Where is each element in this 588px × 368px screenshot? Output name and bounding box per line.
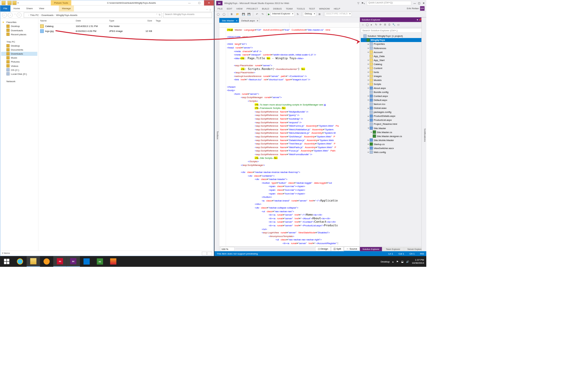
user-badge[interactable]: ER xyxy=(420,6,425,11)
col-type[interactable]: Type xyxy=(107,18,136,24)
nav-item[interactable]: Pictures xyxy=(1,60,37,64)
config-combo[interactable]: Debug xyxy=(303,12,316,17)
se-tree-item[interactable]: ▸Site.Master.cs xyxy=(361,130,426,134)
user-name[interactable]: Erik Reitan xyxy=(407,7,419,10)
view-source[interactable]: ↔ Source xyxy=(344,247,360,251)
up-button[interactable]: ↑ xyxy=(17,13,21,17)
nav-item[interactable]: Downloads xyxy=(1,52,37,56)
nav-thispc[interactable]: This PC xyxy=(1,40,37,44)
nav-item[interactable]: OS (C:) xyxy=(1,68,37,72)
zoom-combo[interactable]: 100 % xyxy=(220,247,234,251)
tray-volume-icon[interactable]: 🔊 xyxy=(406,260,409,263)
open-file-icon[interactable]: 📂 xyxy=(235,12,240,17)
se-tree-item[interactable]: packages.config xyxy=(361,110,426,114)
tray-clock[interactable]: 1:37 PM 10/30/2013 xyxy=(412,259,424,264)
se-search-input[interactable]: Search Solution Explorer (Ctrl+;) xyxy=(361,28,425,33)
se-tree-item[interactable]: ▸Models xyxy=(361,78,426,82)
vs-titlebar[interactable]: ⋈ WingtipToys - Microsoft Visual Studio … xyxy=(214,0,426,6)
save-all-icon[interactable]: 💾 xyxy=(247,12,251,17)
save-icon[interactable]: 💾 xyxy=(241,12,246,17)
se-tree-item[interactable]: ▸About.aspx xyxy=(361,86,426,90)
large-icons-view-icon[interactable] xyxy=(207,252,212,255)
se-tree-item[interactable]: ▸References xyxy=(361,46,426,50)
notifications-panel-tab[interactable]: Notifications xyxy=(421,17,426,251)
new-project-icon[interactable]: 🗎 xyxy=(229,12,234,17)
tray-up-icon[interactable]: ▴ xyxy=(392,260,394,263)
taskbar-vs-purple[interactable]: ⋈ xyxy=(67,256,80,267)
taskbar-vs-green[interactable]: ⋈ xyxy=(93,256,107,267)
taskbar-vs-red[interactable]: ⋈ xyxy=(53,256,67,267)
ribbon-view[interactable]: View xyxy=(36,5,47,11)
vs-close-button[interactable]: ✕ xyxy=(423,2,425,4)
tray-network-icon[interactable]: ⬓ xyxy=(401,260,403,263)
col-size[interactable]: Size xyxy=(136,18,154,24)
ribbon-home[interactable]: Home xyxy=(10,5,23,11)
se-tree-item[interactable]: ▸Web.config xyxy=(361,150,426,154)
file-row[interactable]: logo.jpg6/19/2013 4:28 PMJPEG image12 KB xyxy=(38,29,214,34)
se-preview-icon[interactable]: ▭ xyxy=(396,23,400,27)
vs-minimize-button[interactable]: — xyxy=(413,2,416,5)
se-tree-item[interactable]: Bundle.config xyxy=(361,90,426,94)
menu-help[interactable]: HELP xyxy=(332,7,342,10)
nav-item-desktop[interactable]: Desktop xyxy=(1,24,37,28)
nav-back-icon[interactable]: ◯ xyxy=(216,12,221,17)
se-tree-item[interactable]: Project_Readme.html xyxy=(361,122,426,126)
col-tags[interactable]: Tags xyxy=(154,18,172,24)
search-input[interactable]: Search WingtipToys-Assets xyxy=(163,12,212,17)
toolbox-panel-tab[interactable]: Toolbox xyxy=(214,17,219,251)
col-name[interactable]: Name xyxy=(38,18,74,24)
se-tab-team[interactable]: Team Explorer xyxy=(382,247,404,251)
address-bar[interactable]: › This PC› Downloads› WingtipToys-Assets… xyxy=(24,12,162,17)
taskbar-ie[interactable] xyxy=(13,256,27,267)
nav-item[interactable]: Local Disk (D:) xyxy=(1,72,37,76)
menu-window[interactable]: WINDOW xyxy=(317,7,332,10)
nav-item[interactable]: Music xyxy=(1,56,37,60)
se-tree-item[interactable]: ▸Default.aspx xyxy=(361,98,426,102)
details-view-icon[interactable] xyxy=(202,252,207,255)
col-date[interactable]: Date xyxy=(74,18,107,24)
view-split[interactable]: ◫ Split xyxy=(331,247,344,251)
new-folder-icon[interactable] xyxy=(13,1,17,5)
view-design[interactable]: ◻ Design xyxy=(315,247,331,251)
se-project-node[interactable]: ▾WingtipToys xyxy=(361,38,426,42)
menu-project[interactable]: PROJECT xyxy=(245,7,260,10)
taskbar-media[interactable] xyxy=(40,256,54,267)
system-tray[interactable]: Desktop ▴ ⚑ ⬓ 🔊 1:37 PM 10/30/2013 xyxy=(381,259,426,264)
minimize-button[interactable]: — xyxy=(184,0,194,6)
recent-dropdown-icon[interactable]: ˅ xyxy=(14,13,16,16)
ribbon-manage[interactable]: Manage xyxy=(59,5,74,11)
se-tree-item[interactable]: ▸Properties xyxy=(361,42,426,46)
undo-icon[interactable]: ↶ xyxy=(254,12,259,17)
se-tree-item[interactable]: ▸Contact.aspx xyxy=(361,94,426,98)
se-tree-item[interactable]: ▸Account xyxy=(361,50,426,54)
taskbar-explorer[interactable] xyxy=(27,256,40,267)
se-tree-item[interactable]: ▸Content xyxy=(361,66,426,70)
vs-maximize-button[interactable]: ▢ xyxy=(418,2,420,4)
se-properties-icon[interactable]: 🔧 xyxy=(392,23,396,27)
tray-flag-icon[interactable]: ⚑ xyxy=(396,260,398,263)
editor-tab[interactable]: Site.Master✕ xyxy=(219,18,239,23)
notifications-icon[interactable]: ▽ xyxy=(357,2,359,4)
se-tree-item[interactable]: ▸Global.asax xyxy=(361,106,426,110)
nav-network[interactable]: Network xyxy=(1,79,37,83)
doctype-combo[interactable]: DOCTYPE: HTML5 xyxy=(325,12,352,17)
nav-fwd-icon[interactable]: ◯ xyxy=(222,12,227,17)
quick-launch-input[interactable]: Quick Launch (Ctrl+Q) xyxy=(367,1,411,6)
se-tree-item[interactable]: ▸Scripts xyxy=(361,82,426,86)
refresh-icon[interactable]: ↻ xyxy=(295,12,300,17)
se-refresh-icon[interactable]: ⟳ xyxy=(379,23,383,27)
code-area[interactable]: <%@ Master Language="C#" AutoEventWireup… xyxy=(219,28,360,246)
se-tree-item[interactable]: ▸fonts xyxy=(361,70,426,74)
se-sync-icon[interactable]: ↻ xyxy=(374,23,378,27)
se-tree-item[interactable]: favicon.ico xyxy=(361,102,426,106)
ribbon-share[interactable]: Share xyxy=(23,5,36,11)
ribbon-file[interactable]: File xyxy=(0,5,10,11)
breadcrumb[interactable]: WingtipToys-Assets xyxy=(55,14,78,17)
explorer-titlebar[interactable]: ▾ Picture Tools C:\Users\erik\Downloads\… xyxy=(0,0,214,6)
taskbar-app-blue[interactable] xyxy=(80,256,93,267)
se-tree-item[interactable]: ▸ProductDetails.aspx xyxy=(361,114,426,118)
nav-item[interactable]: Videos xyxy=(1,64,37,68)
se-tab-solution[interactable]: Solution Explorer xyxy=(360,247,382,251)
se-solution-node[interactable]: Solution 'WingtipToys' (1 project) xyxy=(361,34,426,38)
editor-tab[interactable]: Default.aspx✕ xyxy=(239,18,260,23)
